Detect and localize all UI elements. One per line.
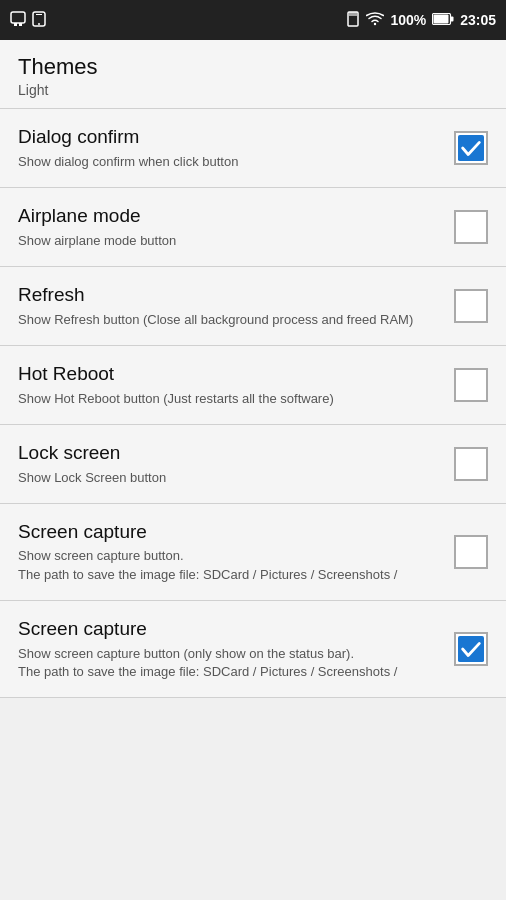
settings-item-content-hot-reboot: Hot RebootShow Hot Reboot button (Just r… (18, 362, 454, 408)
svg-rect-1 (14, 23, 17, 26)
settings-item-refresh[interactable]: RefreshShow Refresh button (Close all ba… (0, 267, 506, 346)
battery-label: 100% (390, 12, 426, 28)
time-display: 23:05 (460, 12, 496, 28)
settings-item-title-screen-capture-1: Screen capture (18, 520, 438, 545)
checkbox-dialog-confirm[interactable] (454, 131, 488, 165)
settings-item-title-refresh: Refresh (18, 283, 438, 308)
settings-item-dialog-confirm[interactable]: Dialog confirmShow dialog confirm when c… (0, 109, 506, 188)
settings-item-content-dialog-confirm: Dialog confirmShow dialog confirm when c… (18, 125, 454, 171)
settings-item-screen-capture-1[interactable]: Screen captureShow screen capture button… (0, 504, 506, 601)
settings-item-title-dialog-confirm: Dialog confirm (18, 125, 438, 150)
status-bar-left (10, 11, 46, 30)
battery-icon (432, 12, 454, 28)
checkmark-screen-capture-2 (456, 634, 486, 664)
settings-item-title-lock-screen: Lock screen (18, 441, 438, 466)
svg-rect-0 (11, 12, 25, 23)
svg-rect-14 (434, 15, 449, 24)
checkmark-dialog-confirm (456, 133, 486, 163)
wifi-icon (366, 12, 384, 29)
checkbox-screen-capture-2[interactable] (454, 632, 488, 666)
sd-icon (346, 11, 360, 30)
settings-item-hot-reboot[interactable]: Hot RebootShow Hot Reboot button (Just r… (0, 346, 506, 425)
status-bar-right: 100% 23:05 (346, 11, 496, 30)
settings-item-content-refresh: RefreshShow Refresh button (Close all ba… (18, 283, 454, 329)
settings-item-desc-refresh: Show Refresh button (Close all backgroun… (18, 311, 438, 329)
settings-item-content-screen-capture-1: Screen captureShow screen capture button… (18, 520, 454, 584)
settings-item-desc-dialog-confirm: Show dialog confirm when click button (18, 153, 438, 171)
phone-icon (32, 11, 46, 30)
settings-item-desc-screen-capture-2: Show screen capture button (only show on… (18, 645, 438, 681)
checkbox-lock-screen[interactable] (454, 447, 488, 481)
settings-item-desc-lock-screen: Show Lock Screen button (18, 469, 438, 487)
settings-item-desc-screen-capture-1: Show screen capture button. The path to … (18, 547, 438, 583)
settings-item-title-screen-capture-2: Screen capture (18, 617, 438, 642)
checkbox-hot-reboot[interactable] (454, 368, 488, 402)
settings-item-desc-airplane-mode: Show airplane mode button (18, 232, 438, 250)
svg-rect-13 (451, 17, 454, 22)
svg-rect-4 (36, 14, 42, 15)
svg-point-5 (38, 23, 40, 25)
themes-title: Themes (18, 54, 488, 80)
settings-list: Dialog confirmShow dialog confirm when c… (0, 109, 506, 698)
status-bar: 100% 23:05 (0, 0, 506, 40)
settings-item-content-screen-capture-2: Screen captureShow screen capture button… (18, 617, 454, 681)
settings-item-desc-hot-reboot: Show Hot Reboot button (Just restarts al… (18, 390, 438, 408)
settings-item-airplane-mode[interactable]: Airplane modeShow airplane mode button (0, 188, 506, 267)
svg-rect-2 (19, 23, 22, 26)
settings-item-content-lock-screen: Lock screenShow Lock Screen button (18, 441, 454, 487)
checkbox-screen-capture-1[interactable] (454, 535, 488, 569)
settings-item-screen-capture-2[interactable]: Screen captureShow screen capture button… (0, 601, 506, 698)
checkbox-refresh[interactable] (454, 289, 488, 323)
settings-item-title-hot-reboot: Hot Reboot (18, 362, 438, 387)
settings-item-title-airplane-mode: Airplane mode (18, 204, 438, 229)
themes-section: Themes Light (0, 40, 506, 109)
settings-item-content-airplane-mode: Airplane modeShow airplane mode button (18, 204, 454, 250)
svg-point-11 (374, 22, 376, 24)
themes-subtitle: Light (18, 82, 488, 98)
settings-item-lock-screen[interactable]: Lock screenShow Lock Screen button (0, 425, 506, 504)
checkbox-airplane-mode[interactable] (454, 210, 488, 244)
android-icon (10, 11, 26, 30)
